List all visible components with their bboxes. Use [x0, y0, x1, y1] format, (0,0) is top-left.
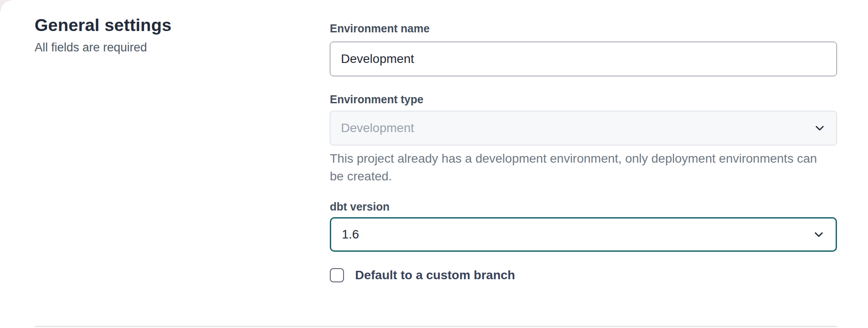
dbt-version-select[interactable]: 1.6: [330, 217, 837, 252]
environment-type-select: Development: [330, 111, 837, 145]
general-settings-section: General settings All fields are required…: [0, 0, 868, 283]
environment-name-input[interactable]: [330, 42, 837, 76]
environment-type-label: Environment type: [330, 92, 837, 106]
dbt-version-value: 1.6: [342, 227, 359, 242]
chevron-down-icon: [813, 228, 825, 241]
environment-type-helper-text: This project already has a development e…: [330, 150, 826, 185]
custom-branch-checkbox-label: Default to a custom branch: [355, 268, 515, 283]
page-title: General settings: [35, 14, 330, 36]
section-divider: [35, 326, 837, 327]
custom-branch-checkbox[interactable]: [330, 268, 344, 282]
environment-name-label: Environment name: [330, 21, 837, 35]
section-header: General settings All fields are required: [35, 0, 330, 55]
chevron-down-icon: [813, 122, 826, 134]
dbt-version-label: dbt version: [330, 199, 837, 214]
custom-branch-checkbox-row[interactable]: Default to a custom branch: [330, 268, 837, 283]
environment-type-value: Development: [341, 121, 414, 135]
page-subtitle: All fields are required: [35, 40, 330, 55]
settings-form: Environment name Environment type Develo…: [330, 0, 837, 283]
